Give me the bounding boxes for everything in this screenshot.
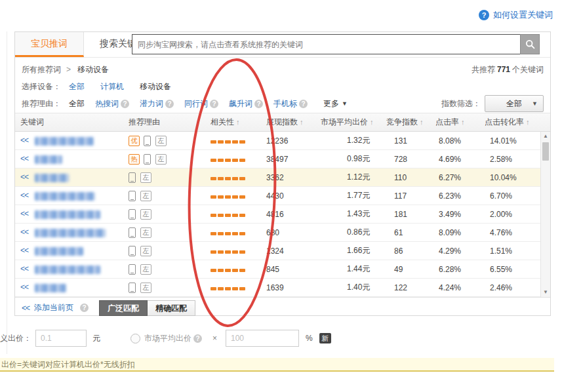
keyword-text-redacted[interactable]	[35, 210, 100, 219]
device-option-3[interactable]: 移动设备	[140, 82, 171, 91]
competition-value: 131	[381, 136, 430, 146]
reason-option-1[interactable]: 全部	[69, 98, 85, 109]
exact-match-button[interactable]: 精确匹配	[148, 300, 195, 316]
reason-option-label[interactable]: 手机标	[273, 98, 297, 109]
reason-option-label[interactable]: 飙升词	[229, 98, 252, 109]
help-icon[interactable]: ?	[210, 100, 218, 108]
reason-option-3[interactable]: 潜力词?	[140, 98, 174, 109]
notice-text: 出价=关键词对应计算机出价*无线折扣	[1, 360, 135, 369]
help-icon[interactable]: ?	[165, 100, 174, 108]
table-row: << 左 4816 1.43元 181 3.49% 2.00%	[15, 205, 540, 224]
keyword-search-box	[132, 34, 540, 54]
relevance-segment	[225, 214, 231, 217]
reason-option-label[interactable]: 同行词	[184, 98, 208, 109]
competition-value: 117	[381, 191, 430, 201]
avg-price-value: 1.12元	[315, 172, 381, 183]
custom-bid-input[interactable]	[35, 330, 87, 347]
sort-arrow-icon[interactable]: ↑	[461, 118, 465, 126]
column-header-5[interactable]: 市场平均出价↑	[315, 113, 381, 131]
keyword-text-redacted[interactable]	[35, 174, 69, 182]
add-current-page-link[interactable]: 添加当前页	[34, 302, 73, 313]
keyword-text-redacted[interactable]	[35, 192, 95, 201]
help-icon[interactable]: ?	[299, 100, 308, 108]
ctr-value: 4.24%	[430, 283, 479, 292]
match-type-toggle: 广泛匹配 精确匹配	[99, 300, 195, 316]
add-keyword-arrows[interactable]: <<	[20, 283, 28, 292]
column-header-7[interactable]: 点击率↑	[430, 113, 479, 131]
reason-option-label[interactable]: 全部	[69, 98, 85, 109]
reason-option-label[interactable]: 热搜词	[95, 98, 119, 109]
sort-arrow-icon[interactable]: ↑	[300, 118, 304, 126]
reason-option-4[interactable]: 同行词?	[184, 98, 218, 109]
scroll-down-arrow-icon[interactable]: ▼	[541, 288, 550, 297]
keyword-text-redacted[interactable]	[35, 229, 106, 237]
table-row: << 左 1324 1.66元 86 4.29% 1.51%	[15, 242, 540, 260]
broad-match-button[interactable]: 广泛匹配	[99, 300, 148, 316]
badge-left: 左	[140, 246, 151, 256]
keyword-text-redacted[interactable]	[35, 284, 66, 292]
more-filters-button[interactable]: 更多 ▼	[323, 98, 348, 109]
sort-arrow-icon[interactable]: ↑	[236, 118, 240, 126]
keyword-text-redacted[interactable]	[35, 265, 100, 274]
table-header-row: 关键词推荐理由相关性↑展现指数↑市场平均出价↑竞争指数↑点击率↑点击转化率↑	[15, 113, 550, 132]
keyword-text-redacted[interactable]	[35, 155, 62, 164]
reason-badges-cell: 左	[123, 172, 205, 183]
reason-option-label[interactable]: 潜力词	[140, 98, 163, 109]
index-filter-dropdown[interactable]: 全部 ▼	[485, 95, 544, 112]
conversion-value: 2.00%	[479, 210, 538, 219]
breadcrumb-root[interactable]: 所有推荐词	[22, 64, 61, 75]
sort-arrow-icon[interactable]: ↑	[420, 118, 424, 126]
reason-option-5[interactable]: 飙升词?	[229, 98, 263, 109]
table-scrollbar[interactable]: ▲ ▼	[540, 132, 550, 297]
tab-bar: 宝贝推词 搜索关键词	[15, 32, 550, 58]
column-header-6[interactable]: 竞争指数↑	[381, 113, 430, 131]
add-keyword-arrows[interactable]: <<	[20, 191, 28, 200]
device-option-1[interactable]: 全部	[69, 82, 85, 91]
sort-arrow-icon[interactable]: ↑	[526, 118, 530, 126]
reason-option-6[interactable]: 手机标?	[273, 98, 308, 109]
table-row: << 优左 12236 1.32元 131 8.08% 14.01%	[15, 132, 540, 150]
market-percent-input[interactable]	[226, 330, 299, 347]
more-label[interactable]: 更多	[323, 98, 339, 109]
add-keyword-arrows[interactable]: <<	[20, 264, 28, 273]
relevance-cell	[205, 228, 261, 237]
add-keyword-arrows[interactable]: <<	[20, 172, 28, 182]
add-keyword-arrows[interactable]: <<	[20, 136, 28, 145]
market-price-radio[interactable]	[130, 334, 140, 343]
avg-price-value: 0.98元	[315, 153, 381, 165]
keyword-text-redacted[interactable]	[35, 137, 94, 146]
competition-value: 728	[381, 155, 430, 164]
market-price-help-icon[interactable]: ?	[193, 334, 202, 343]
relevance-segment	[239, 269, 245, 272]
relevance-cell	[205, 155, 261, 164]
scroll-up-arrow-icon[interactable]: ▲	[541, 132, 550, 141]
add-keyword-arrows[interactable]: <<	[20, 209, 28, 218]
add-keyword-arrows[interactable]: <<	[20, 227, 28, 237]
relevance-segment	[211, 177, 216, 180]
search-button[interactable]	[520, 34, 540, 54]
add-keyword-arrows[interactable]: <<	[20, 246, 28, 255]
column-header-3[interactable]: 相关性↑	[205, 113, 261, 131]
help-icon[interactable]: ?	[121, 100, 129, 108]
column-header-8[interactable]: 点击转化率↑	[479, 113, 538, 131]
column-header-4[interactable]: 展现指数↑	[261, 113, 315, 131]
add-keyword-arrows[interactable]: <<	[20, 154, 28, 163]
breadcrumb-separator: >	[66, 65, 71, 74]
reason-option-2[interactable]: 热搜词?	[95, 98, 129, 109]
device-option-2[interactable]: 计算机	[100, 82, 124, 91]
relevance-segment	[218, 195, 224, 199]
sort-arrow-icon[interactable]: ↑	[370, 118, 374, 126]
help-icon[interactable]: ?	[254, 100, 263, 108]
avg-price-value: 0.86元	[315, 227, 381, 238]
help-link-label[interactable]: 如何设置关键词	[493, 9, 553, 21]
keyword-text-redacted[interactable]	[35, 247, 83, 256]
tab-item-recommend[interactable]: 宝贝推词	[15, 32, 84, 57]
table-row: << 左 3362 1.12元 110 6.27% 10.04%	[15, 168, 540, 187]
add-page-help-icon[interactable]: ?	[80, 304, 89, 312]
badge-left: 左	[140, 191, 151, 201]
how-to-set-keywords-link[interactable]: ? 如何设置关键词	[479, 9, 553, 21]
reason-badges-cell: 左	[123, 209, 205, 220]
search-input[interactable]	[132, 34, 520, 54]
badge-hot: 热	[129, 154, 140, 165]
scrollbar-thumb[interactable]	[542, 142, 549, 161]
